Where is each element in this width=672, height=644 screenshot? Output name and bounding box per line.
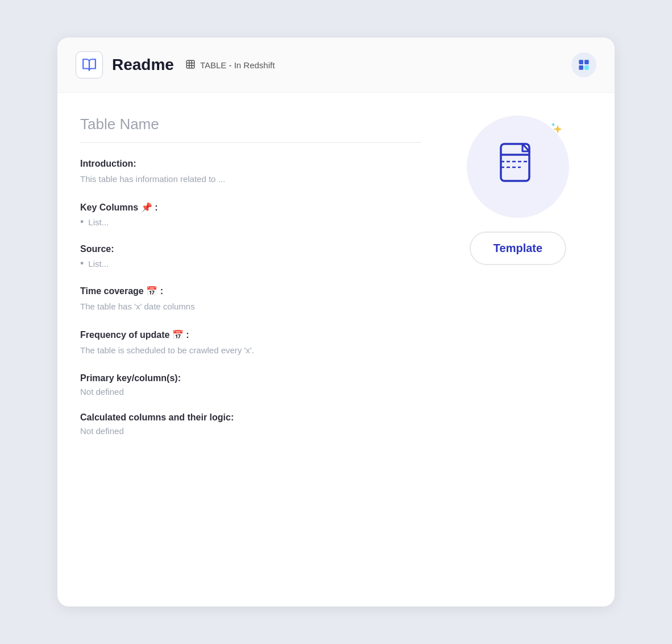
sparkle-icon: [542, 120, 565, 145]
table-icon: [185, 59, 196, 71]
main-card: Readme TABLE - In Redshift: [57, 38, 615, 606]
section-calculated-columns: Calculated columns and their logic: Not …: [80, 412, 421, 436]
document-icon: [495, 141, 541, 192]
primary-key-value: Not defined: [80, 387, 421, 397]
introduction-text: This table has information related to ..…: [80, 172, 421, 186]
time-coverage-text: The table has 'x' date columns: [80, 300, 421, 313]
db-icon: [571, 52, 596, 77]
illustration-circle: [467, 115, 569, 218]
calculated-columns-label: Calculated columns and their logic:: [80, 412, 421, 423]
section-time-coverage: Time coverage 📅 : The table has 'x' date…: [80, 286, 421, 313]
section-introduction: Introduction: This table has information…: [80, 159, 421, 186]
left-content: Table Name Introduction: This table has …: [80, 115, 421, 452]
source-list: List...: [80, 258, 421, 270]
frequency-label: Frequency of update 📅 :: [80, 329, 421, 340]
svg-rect-6: [584, 60, 589, 64]
calculated-columns-value: Not defined: [80, 426, 421, 436]
book-icon: [76, 51, 103, 79]
section-source: Source: List...: [80, 244, 421, 270]
header-meta: TABLE - In Redshift: [185, 59, 275, 71]
svg-rect-8: [584, 65, 589, 70]
header: Readme TABLE - In Redshift: [57, 38, 615, 93]
svg-rect-0: [186, 60, 194, 68]
table-name-title: Table Name: [80, 115, 421, 143]
key-columns-label: Key Columns 📌 :: [80, 202, 421, 213]
key-columns-list: List...: [80, 216, 421, 228]
list-item: List...: [80, 258, 421, 270]
introduction-label: Introduction:: [80, 159, 421, 169]
time-coverage-label: Time coverage 📅 :: [80, 286, 421, 296]
list-item: List...: [80, 216, 421, 228]
section-primary-key: Primary key/column(s): Not defined: [80, 373, 421, 397]
primary-key-label: Primary key/column(s):: [80, 373, 421, 383]
frequency-text: The table is scheduled to be crawled eve…: [80, 344, 421, 357]
section-frequency: Frequency of update 📅 : The table is sch…: [80, 329, 421, 357]
svg-rect-5: [579, 60, 583, 64]
svg-rect-7: [579, 65, 583, 70]
table-name-section: Table Name: [80, 115, 421, 143]
source-label: Source:: [80, 244, 421, 254]
template-button[interactable]: Template: [470, 232, 566, 265]
section-key-columns: Key Columns 📌 : List...: [80, 202, 421, 228]
main-content: Table Name Introduction: This table has …: [57, 93, 615, 474]
right-panel: Template: [444, 115, 592, 452]
header-title: Readme: [112, 56, 174, 74]
header-meta-text: TABLE - In Redshift: [200, 60, 275, 70]
